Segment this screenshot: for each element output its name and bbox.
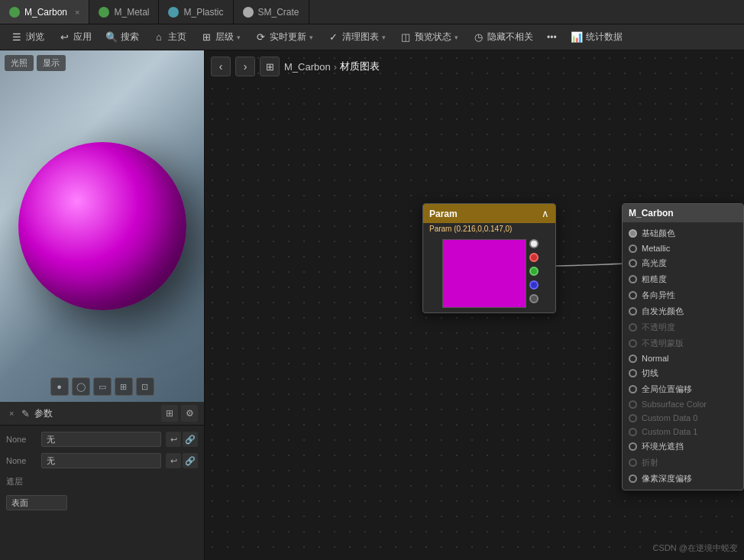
realtime-update-button[interactable]: ⟳ 实时更新 ▾ — [248, 28, 319, 47]
mcarbon-row-opacity[interactable]: 不透明度 — [623, 319, 743, 335]
label-anisotropy: 各向异性 — [642, 290, 675, 301]
preview-label: 预览状态 — [415, 31, 451, 44]
pin-custom0 — [629, 414, 637, 422]
pencil-icon: ✎ — [21, 408, 30, 419]
tab-label-m-carbon: M_Carbon — [24, 7, 67, 18]
node-pin-red[interactable] — [529, 253, 539, 262]
tab-m-carbon[interactable]: M_Carbon × — [0, 0, 89, 24]
node-param-pins — [529, 239, 537, 308]
material-sphere[interactable] — [18, 142, 186, 310]
mcarbon-row-custom1[interactable]: Custom Data 1 — [623, 425, 743, 439]
hierarchy-button[interactable]: ⊞ 层级 ▾ — [194, 28, 247, 47]
panel-tools: ⊞ ⚙ — [161, 405, 198, 422]
node-pin-alpha[interactable] — [529, 294, 539, 303]
mcarbon-row-pixel-depth[interactable]: 像素深度偏移 — [623, 471, 743, 487]
panel-settings-button[interactable]: ⚙ — [181, 405, 198, 422]
prop-select-1[interactable]: 无 — [41, 432, 161, 447]
node-m-carbon[interactable]: M_Carbon 基础颜色 Metallic 高光度 — [622, 203, 744, 490]
tab-label-m-metal: M_Metal — [114, 7, 149, 18]
mcarbon-row-emissive[interactable]: 自发光颜色 — [623, 303, 743, 319]
stats-label: 统计数据 — [586, 31, 623, 44]
tab-m-plastic[interactable]: M_Plastic — [159, 0, 233, 24]
mcarbon-row-custom0[interactable]: Custom Data 0 — [623, 411, 743, 425]
home-label: 主页 — [168, 31, 186, 44]
shape-cylinder-button[interactable]: ◯ — [72, 377, 90, 396]
tab-sm-crate[interactable]: SM_Crate — [234, 0, 309, 24]
breadcrumb-parent[interactable]: M_Carbon — [284, 61, 331, 73]
label-custom1: Custom Data 1 — [642, 427, 697, 436]
prop-icon-link-2[interactable]: 🔗 — [183, 453, 198, 468]
shape-custom-button[interactable]: ⊞ — [115, 377, 133, 396]
shape-plane-button[interactable]: ▭ — [93, 377, 112, 396]
forward-button[interactable]: › — [235, 57, 255, 76]
mcarbon-row-world-offset[interactable]: 全局位置偏移 — [623, 381, 743, 397]
node-pin-white[interactable] — [529, 239, 539, 248]
pin-opacity — [629, 323, 637, 332]
pin-ao — [629, 442, 637, 451]
grid-view-button[interactable]: ⊞ — [260, 57, 280, 76]
panel-close-button[interactable]: × — [6, 407, 17, 419]
panel-grid-button[interactable]: ⊞ — [161, 405, 178, 422]
node-param-color-preview[interactable] — [442, 239, 526, 308]
realtime-chevron: ▾ — [309, 34, 313, 41]
realtime-label: 实时更新 — [270, 31, 306, 44]
mcarbon-row-anisotropy[interactable]: 各向异性 — [623, 287, 743, 303]
mcarbon-row-roughness[interactable]: 粗糙度 — [623, 271, 743, 287]
surface-select[interactable]: 表面 — [6, 495, 67, 510]
mcarbon-row-metallic[interactable]: Metallic — [623, 241, 743, 255]
clean-chevron: ▾ — [382, 34, 386, 41]
tab-m-metal[interactable]: M_Metal — [89, 0, 159, 24]
tab-close-m-carbon[interactable]: × — [75, 8, 79, 17]
tab-bar: M_Carbon × M_Metal M_Plastic SM_Crate — [0, 0, 744, 24]
shape-sphere-button[interactable]: ● — [50, 377, 69, 396]
prop-icons-1: ↩ 🔗 — [166, 432, 198, 447]
browse-button[interactable]: ☰ 浏览 — [5, 28, 50, 47]
node-param-collapse[interactable]: ∧ — [542, 208, 549, 219]
hide-unrelated-button[interactable]: ◷ 隐藏不相关 — [466, 28, 539, 47]
view-controls: 光照 显示 — [5, 55, 66, 71]
node-pin-blue[interactable] — [529, 280, 539, 290]
search-button[interactable]: 🔍 搜索 — [99, 28, 145, 47]
mcarbon-row-refraction[interactable]: 折射 — [623, 455, 743, 471]
mcarbon-row-ao[interactable]: 环境光遮挡 — [623, 439, 743, 455]
pin-emissive — [629, 307, 637, 316]
tab-icon-m-carbon — [9, 7, 20, 18]
property-row-2: None 无 ↩ 🔗 — [6, 453, 198, 468]
clean-graph-button[interactable]: ✓ 清理图表 ▾ — [321, 28, 392, 47]
node-param-body — [423, 235, 555, 312]
properties-panel: × ✎ 参数 ⊞ ⚙ None 无 ↩ — [0, 402, 204, 560]
shape-box-button[interactable]: ⊡ — [136, 377, 154, 396]
apply-button[interactable]: ↩ 应用 — [52, 28, 98, 47]
lighting-button[interactable]: 光照 — [5, 55, 34, 71]
pin-tangent — [629, 369, 637, 377]
node-param[interactable]: Param ∧ Param (0.216,0,0.147,0) — [422, 203, 556, 313]
prop-icon-refresh-2[interactable]: ↩ — [166, 453, 181, 468]
prop-icon-link-1[interactable]: 🔗 — [183, 432, 198, 447]
stats-button[interactable]: 📊 统计数据 — [564, 28, 629, 47]
mcarbon-row-tangent[interactable]: 切线 — [623, 365, 743, 381]
label-opacity: 不透明度 — [642, 322, 675, 333]
back-button[interactable]: ‹ — [211, 57, 231, 76]
prop-select-2[interactable]: 无 — [41, 453, 161, 468]
preview-chevron: ▾ — [454, 34, 458, 41]
browse-icon: ☰ — [11, 31, 23, 44]
mcarbon-row-opacity-mask[interactable]: 不透明蒙版 — [623, 335, 743, 351]
node-m-carbon-rows: 基础颜色 Metallic 高光度 粗糙度 — [623, 222, 743, 490]
node-pin-green[interactable] — [529, 267, 539, 276]
display-button[interactable]: 显示 — [37, 55, 66, 71]
mcarbon-row-normal[interactable]: Normal — [623, 351, 743, 365]
toolbar: ☰ 浏览 ↩ 应用 🔍 搜索 ⌂ 主页 ⊞ 层级 ▾ ⟳ 实时更新 ▾ ✓ 清理… — [0, 24, 744, 50]
hierarchy-chevron: ▾ — [237, 34, 241, 41]
pin-pixel-depth — [629, 474, 637, 483]
home-button[interactable]: ⌂ 主页 — [147, 28, 192, 47]
canvas-area[interactable]: ‹ › ⊞ M_Carbon › 材质图表 Param ∧ Param (0.2… — [205, 50, 744, 560]
label-opacity-mask: 不透明蒙版 — [642, 338, 684, 349]
mcarbon-row-base-color[interactable]: 基础颜色 — [623, 225, 743, 241]
mcarbon-row-subsurface[interactable]: Subsurface Color — [623, 397, 743, 411]
pin-specular — [629, 259, 637, 267]
prop-select-wrap-1: 无 — [41, 432, 161, 447]
preview-state-button[interactable]: ◫ 预览状态 ▾ — [393, 28, 464, 47]
mcarbon-row-specular[interactable]: 高光度 — [623, 255, 743, 271]
more-options-button[interactable]: ••• — [541, 29, 563, 46]
prop-icon-refresh-1[interactable]: ↩ — [166, 432, 181, 447]
